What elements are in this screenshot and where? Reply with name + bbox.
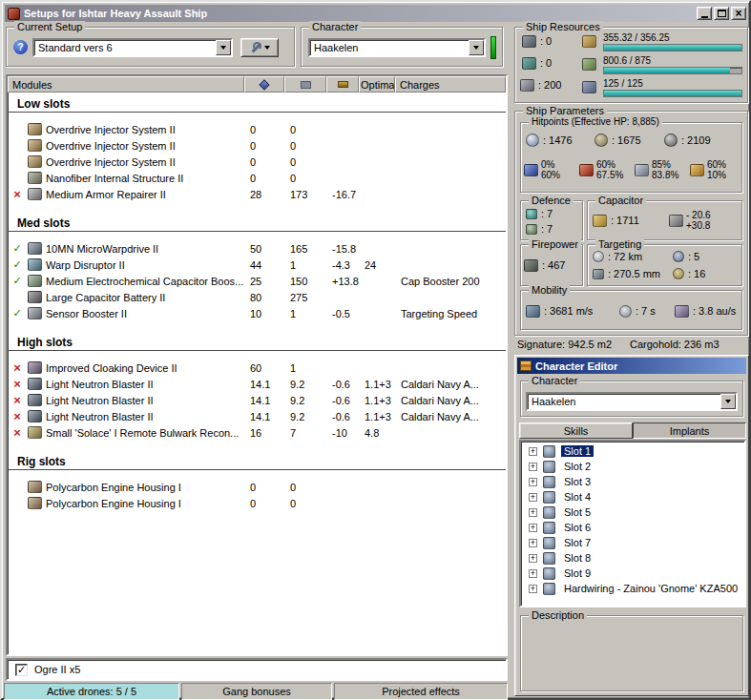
module-row[interactable]: ✓Medium Electrochemical Capacitor Boos..… — [8, 273, 506, 289]
editor-character-select[interactable]: Haakelen — [526, 392, 738, 411]
implant-slot-item[interactable]: +Slot 5 — [521, 504, 744, 520]
module-cap-value: -0.6 — [326, 411, 359, 422]
module-row[interactable]: ×Small 'Solace' I Remote Bulwark Recon..… — [8, 424, 506, 441]
module-powergrid-value: 9.2 — [284, 411, 326, 422]
charges-column-header[interactable]: Charges — [395, 76, 506, 93]
module-row[interactable]: Nanofiber Internal Structure II00 — [8, 170, 506, 186]
modules-column-header[interactable]: Modules — [8, 76, 244, 93]
sensor-strength-icon — [673, 268, 684, 279]
slot-label: Slot 8 — [561, 552, 594, 564]
warp-speed-icon — [675, 305, 689, 318]
expand-icon[interactable]: + — [529, 508, 537, 517]
module-row[interactable]: Polycarbon Engine Housing I00 — [8, 495, 506, 511]
statusbar-active-drones[interactable]: Active drones: 5 / 5 — [4, 683, 179, 700]
module-cpu-value: 14.1 — [244, 379, 284, 390]
capacitor-balance: - 20.6+30.8 — [669, 207, 711, 234]
bandwidth-bar-text: 125 / 125 — [603, 78, 742, 89]
implant-slot-item[interactable]: +Hardwiring - Zainou 'Gnome' KZA500 — [521, 581, 744, 596]
module-row[interactable]: ×Improved Cloaking Device II601 — [8, 360, 506, 376]
module-cpu-value: 14.1 — [244, 395, 284, 406]
cpu-icon — [582, 35, 596, 48]
module-row[interactable]: ×Medium Armor Repairer II28173-16.7 — [8, 186, 506, 202]
module-powergrid-value: 0 — [284, 140, 326, 152]
module-row[interactable]: Polycarbon Engine Housing I00 — [8, 479, 506, 495]
expand-icon[interactable]: + — [529, 493, 537, 502]
cap-delta-icon — [669, 215, 683, 227]
module-section-header: Low slots — [8, 96, 506, 113]
module-icon — [28, 242, 42, 255]
expand-icon[interactable]: + — [529, 463, 537, 471]
module-row[interactable]: Overdrive Injector System II00 — [8, 137, 506, 154]
targeting-label: Targeting — [595, 238, 644, 250]
module-section-header: High slots — [8, 335, 506, 351]
maximize-button[interactable] — [714, 7, 729, 20]
capacitor-amount: : 1711 — [593, 213, 639, 228]
character-editor-titlebar[interactable]: Character Editor — [517, 358, 746, 374]
tab-implants[interactable]: Implants — [633, 422, 746, 439]
capacitor-column-header[interactable] — [326, 76, 359, 93]
implant-slot-item[interactable]: +Slot 6 — [521, 520, 744, 535]
title-bar[interactable]: Setups for Ishtar Heavy Assault Ship × — [5, 5, 748, 22]
scan-res-icon — [593, 269, 604, 279]
module-row[interactable]: ✓Sensor Booster II101-0.5Targeting Speed — [8, 305, 506, 321]
module-charges-value: Caldari Navy A... — [395, 379, 506, 390]
app-icon — [8, 8, 20, 20]
explosive-resist: 60%10% — [690, 156, 726, 183]
powergrid-bar-text: 800.6 / 875 — [603, 55, 742, 66]
module-row[interactable]: Overdrive Injector System II00 — [8, 154, 506, 170]
module-name: Medium Electrochemical Capacitor Boos... — [46, 276, 244, 287]
module-cpu-value: 0 — [244, 498, 284, 509]
implant-slot-item[interactable]: +Slot 8 — [521, 550, 744, 566]
cpu-column-header[interactable] — [244, 76, 284, 93]
module-row[interactable]: ×Light Neutron Blaster II14.19.2-0.61.1+… — [8, 408, 506, 424]
module-powergrid-value: 9.2 — [284, 379, 326, 390]
drones-box: ✓ Ogre II x5 — [6, 658, 508, 681]
character-select[interactable]: Haakelen — [308, 38, 486, 57]
optimal-column-header[interactable]: Optimal — [359, 76, 395, 93]
armor-hp-value: : 1675 — [612, 134, 641, 146]
expand-icon[interactable]: + — [529, 585, 537, 593]
implant-slot-item[interactable]: +Slot 2 — [521, 459, 744, 474]
shield-hp-value: : 1476 — [543, 134, 573, 146]
minimize-button[interactable] — [697, 7, 712, 20]
module-row[interactable]: ×Light Neutron Blaster II14.19.2-0.61.1+… — [8, 376, 506, 392]
module-row[interactable]: ×Light Neutron Blaster II14.19.2-0.61.1+… — [8, 392, 506, 408]
implant-slot-item[interactable]: +Slot 9 — [521, 566, 744, 581]
implant-slot-item[interactable]: +Slot 7 — [521, 535, 744, 550]
module-section-header: Rig slots — [8, 454, 506, 470]
module-row[interactable]: Large Capacitor Battery II80275 — [8, 289, 506, 305]
tab-skills[interactable]: Skills — [519, 422, 633, 439]
implant-slot-item[interactable]: +Slot 3 — [521, 474, 744, 489]
character-select-arrow[interactable] — [469, 40, 484, 55]
close-button[interactable]: × — [731, 7, 746, 20]
implant-slot-item[interactable]: +Slot 4 — [521, 489, 744, 504]
expand-icon[interactable]: + — [529, 524, 537, 532]
powergrid-column-header[interactable] — [284, 76, 326, 93]
section-title: High slots — [8, 335, 506, 350]
implant-slot-item[interactable]: +Slot 1 — [521, 443, 744, 459]
expand-icon[interactable]: + — [529, 539, 537, 547]
expand-icon[interactable]: + — [529, 447, 537, 456]
character-label: Character — [309, 21, 361, 32]
setup-select[interactable]: Standard vers 6 — [32, 38, 233, 57]
module-row[interactable]: Overdrive Injector System II00 — [8, 121, 506, 137]
max-speed: : 3681 m/s — [526, 303, 593, 319]
module-row[interactable]: ✓Warp Disruptor II441-4.324 — [8, 257, 506, 273]
expand-icon[interactable]: + — [529, 478, 537, 486]
character-status-bar — [490, 36, 496, 59]
statusbar-gang-bonuses[interactable]: Gang bonuses — [181, 683, 332, 700]
statusbar-projected-effects[interactable]: Projected effects — [334, 683, 508, 700]
module-name: Large Capacitor Battery II — [46, 292, 244, 303]
firepower-value-cell: : 467 — [524, 257, 565, 273]
setup-select-arrow[interactable] — [216, 40, 231, 55]
setup-tools-button[interactable] — [240, 38, 279, 57]
module-icon — [28, 155, 42, 168]
editor-character-arrow[interactable] — [720, 394, 736, 409]
help-icon[interactable]: ? — [13, 40, 28, 54]
drone-checkbox[interactable]: ✓ — [15, 664, 28, 676]
module-powergrid-value: 165 — [284, 243, 326, 255]
module-name: Polycarbon Engine Housing I — [46, 482, 244, 493]
expand-icon[interactable]: + — [529, 569, 537, 578]
module-row[interactable]: ✓10MN MicroWarpdrive II50165-15.8 — [8, 240, 506, 257]
expand-icon[interactable]: + — [529, 554, 537, 563]
